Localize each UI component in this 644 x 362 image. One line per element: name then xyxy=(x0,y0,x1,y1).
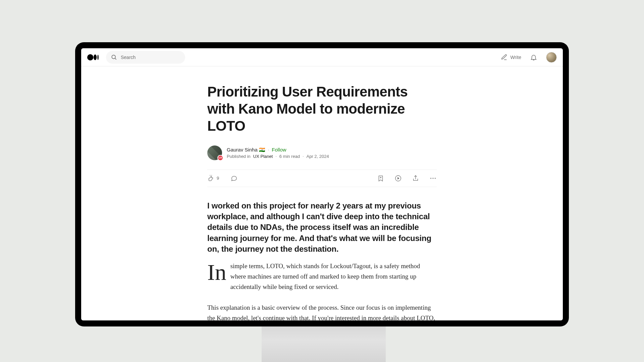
follow-button[interactable]: Follow xyxy=(272,147,286,153)
clap-count: 9 xyxy=(217,176,219,181)
write-button[interactable]: Write xyxy=(500,54,521,61)
author-name[interactable]: Gaurav Sinha 🇮🇳 xyxy=(227,147,265,153)
user-avatar[interactable] xyxy=(546,52,557,63)
bookmark-button[interactable] xyxy=(377,175,384,182)
publication-link[interactable]: UX Planet xyxy=(253,154,273,159)
article-body: I worked on this project for nearly 2 ye… xyxy=(207,200,437,320)
read-time: 6 min read xyxy=(279,154,300,159)
write-label: Write xyxy=(511,55,521,60)
clap-button[interactable]: 9 xyxy=(207,175,219,182)
svg-point-8 xyxy=(435,178,436,179)
svg-point-0 xyxy=(87,54,93,60)
top-nav: Write xyxy=(81,48,563,66)
publication-badge: UX xyxy=(217,155,223,161)
comment-icon xyxy=(230,175,238,182)
more-button[interactable] xyxy=(429,175,437,182)
published-in-prefix: Published in xyxy=(227,154,251,159)
search-box[interactable] xyxy=(106,51,185,64)
nav-right: Write xyxy=(500,52,557,63)
engagement-bar: 9 xyxy=(207,170,437,187)
article: Prioritizing User Requirements with Kano… xyxy=(207,66,437,320)
svg-point-3 xyxy=(112,55,115,59)
listen-button[interactable] xyxy=(394,175,402,182)
article-content: Prioritizing User Requirements with Kano… xyxy=(81,66,563,320)
paragraph-2: This explanation is a basic overview of … xyxy=(207,302,437,320)
comment-button[interactable] xyxy=(230,175,238,182)
clap-icon xyxy=(207,175,215,182)
article-title: Prioritizing User Requirements with Kano… xyxy=(207,83,437,135)
share-button[interactable] xyxy=(412,175,419,182)
author-avatar[interactable]: UX xyxy=(207,145,222,160)
svg-line-4 xyxy=(115,58,116,59)
search-input[interactable] xyxy=(121,55,180,60)
screen: Write Prioritizing User Requirements wit… xyxy=(81,48,563,320)
write-icon xyxy=(500,54,508,61)
separator-dot: · xyxy=(268,147,269,152)
publish-date: Apr 2, 2024 xyxy=(306,154,329,159)
paragraph-1-text: simple terms, LOTO, which stands for Loc… xyxy=(230,262,420,291)
search-icon xyxy=(111,54,117,61)
svg-point-6 xyxy=(430,178,431,179)
monitor-frame: Write Prioritizing User Requirements wit… xyxy=(75,42,569,326)
medium-logo[interactable] xyxy=(87,53,101,61)
svg-point-1 xyxy=(94,54,97,60)
svg-point-2 xyxy=(97,55,98,60)
notifications-icon[interactable] xyxy=(530,54,537,61)
monitor-stand xyxy=(262,326,386,362)
paragraph-1: In simple terms, LOTO, which stands for … xyxy=(207,261,437,292)
paragraph-2a: This explanation is a basic overview of … xyxy=(207,304,435,320)
drop-cap: In xyxy=(207,261,230,282)
intro-paragraph: I worked on this project for nearly 2 ye… xyxy=(207,200,437,255)
svg-point-7 xyxy=(433,178,434,179)
byline: UX Gaurav Sinha 🇮🇳 · Follow Published in… xyxy=(207,145,437,160)
